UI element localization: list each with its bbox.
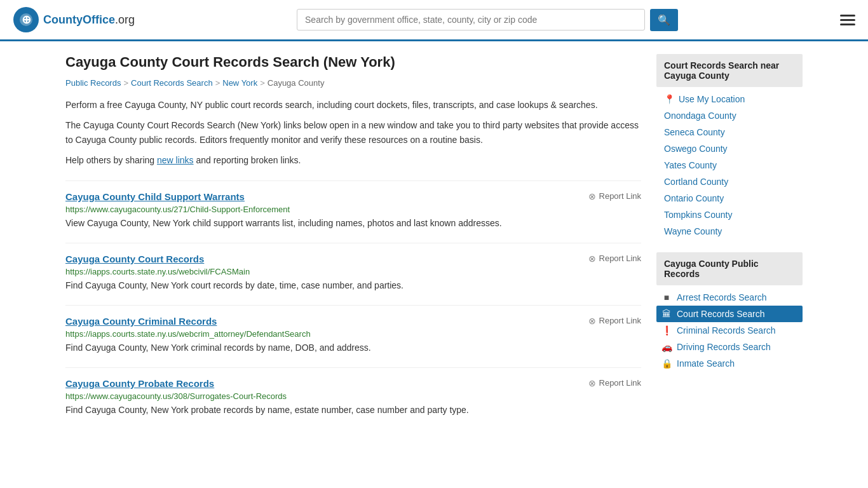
public-record-item[interactable]: 🚗 Driving Records Search [656,339,803,355]
report-link[interactable]: ⊗ Report Link [588,378,641,388]
report-label: Report Link [599,191,641,201]
record-url: https://iapps.courts.state.ny.us/webcrim… [65,329,641,339]
search-input[interactable] [297,9,645,30]
nearby-county-link[interactable]: Ontario County [664,193,724,203]
search-icon: 🔍 [658,15,670,25]
report-label: Report Link [599,316,641,325]
breadcrumb-court-records[interactable]: Court Records Search [131,78,213,88]
public-record-item[interactable]: 🔒 Inmate Search [656,355,803,372]
desc3-post: and reporting broken links. [194,155,301,165]
logo[interactable]: ⊕ CountyOffice.org [13,6,135,33]
record-url: https://www.cayugacounty.us/308/Surrogat… [65,391,641,401]
nearby-county-item[interactable]: Seneca County [656,124,803,140]
record-type-icon: ■ [661,292,672,302]
use-location[interactable]: 📍 Use My Location [656,91,803,107]
record-entry: Cayuga County Criminal Records ⊗ Report … [65,305,641,355]
record-type-icon: ❗ [661,325,672,336]
menu-button[interactable] [840,15,855,25]
record-title[interactable]: Cayuga County Probate Records [65,378,214,389]
nearby-county-item[interactable]: Yates County [656,157,803,173]
public-records-list: ■ Arrest Records Search 🏛 Court Records … [656,289,803,372]
site-header: ⊕ CountyOffice.org 🔍 [0,0,868,41]
description3: Help others by sharing new links and rep… [65,153,641,167]
use-location-link[interactable]: Use My Location [679,94,745,104]
nearby-header: Court Records Search near Cayuga County [656,54,803,87]
nearby-county-item[interactable]: Tompkins County [656,207,803,223]
nearby-county-item[interactable]: Wayne County [656,223,803,240]
menu-icon-bar3 [840,24,855,25]
nearby-county-item[interactable]: Ontario County [656,190,803,207]
record-header: Cayuga County Probate Records ⊗ Report L… [65,378,641,389]
public-record-link[interactable]: Driving Records Search [677,342,771,352]
breadcrumb-new-york[interactable]: New York [222,78,257,88]
search-button[interactable]: 🔍 [650,9,678,31]
report-icon: ⊗ [588,254,596,264]
record-title[interactable]: Cayuga County Court Records [65,254,204,264]
nearby-county-link[interactable]: Onondaga County [664,111,736,121]
public-records-header: Cayuga County Public Records [656,252,803,285]
record-description: Find Cayuga County, New York criminal re… [65,341,641,355]
breadcrumb: Public Records > Court Records Search > … [65,78,641,88]
description1: Perform a free Cayuga County, NY public … [65,98,641,112]
record-entry: Cayuga County Probate Records ⊗ Report L… [65,367,641,417]
nearby-county-link[interactable]: Cortland County [664,177,728,187]
record-description: View Cayuga County, New York child suppo… [65,217,641,230]
report-link[interactable]: ⊗ Report Link [588,254,641,264]
record-title[interactable]: Cayuga County Child Support Warrants [65,191,245,202]
new-links-link[interactable]: new links [157,155,194,165]
record-header: Cayuga County Criminal Records ⊗ Report … [65,316,641,327]
breadcrumb-current: Cayuga County [268,78,325,88]
report-link[interactable]: ⊗ Report Link [588,191,641,201]
logo-text: CountyOffice.org [43,13,135,27]
nearby-county-link[interactable]: Seneca County [664,127,725,137]
nearby-county-link[interactable]: Tompkins County [664,210,732,220]
search-bar: 🔍 [297,9,678,31]
record-type-icon: 🚗 [661,342,672,352]
record-description: Find Cayuga County, New York court recor… [65,279,641,292]
breadcrumb-sep3: > [260,78,265,88]
report-label: Report Link [599,254,641,263]
public-record-item[interactable]: ❗ Criminal Records Search [656,322,803,339]
public-record-link[interactable]: Inmate Search [677,358,735,369]
menu-icon-bar1 [840,15,855,17]
report-link[interactable]: ⊗ Report Link [588,316,641,326]
sidebar: Court Records Search near Cayuga County … [656,54,803,417]
record-description: Find Cayuga County, New York probate rec… [65,403,641,417]
report-icon: ⊗ [588,378,596,388]
public-record-link[interactable]: Criminal Records Search [677,325,776,336]
report-icon: ⊗ [588,316,596,326]
record-entry: Cayuga County Court Records ⊗ Report Lin… [65,243,641,292]
record-url: https://www.cayugacounty.us/271/Child-Su… [65,205,641,214]
record-title[interactable]: Cayuga County Criminal Records [65,316,217,327]
desc3-pre: Help others by sharing [65,155,157,165]
content-area: Cayuga County Court Records Search (New … [65,54,641,417]
logo-icon: ⊕ [13,6,39,33]
public-records-section: Cayuga County Public Records ■ Arrest Re… [656,252,803,372]
nearby-county-link[interactable]: Oswego County [664,144,728,154]
nearby-county-link[interactable]: Wayne County [664,226,722,236]
breadcrumb-sep2: > [215,78,220,88]
public-record-link[interactable]: Arrest Records Search [677,292,767,302]
public-record-link[interactable]: Court Records Search [677,309,765,319]
nearby-section: Court Records Search near Cayuga County … [656,54,803,240]
breadcrumb-public-records[interactable]: Public Records [65,78,121,88]
report-icon: ⊗ [588,191,596,201]
report-label: Report Link [599,378,641,388]
location-pin-icon: 📍 [664,94,675,104]
public-record-item[interactable]: 🏛 Court Records Search [656,306,803,322]
record-header: Cayuga County Child Support Warrants ⊗ R… [65,191,641,202]
records-list: Cayuga County Child Support Warrants ⊗ R… [65,180,641,417]
nearby-county-item[interactable]: Onondaga County [656,107,803,124]
nearby-county-link[interactable]: Yates County [664,160,717,170]
menu-icon-bar2 [840,19,855,21]
record-header: Cayuga County Court Records ⊗ Report Lin… [65,254,641,264]
record-type-icon: 🔒 [661,358,672,369]
page-title: Cayuga County Court Records Search (New … [65,54,641,71]
nearby-county-item[interactable]: Oswego County [656,140,803,157]
breadcrumb-sep1: > [123,78,128,88]
nearby-county-item[interactable]: Cortland County [656,173,803,190]
description2: The Cayuga County Court Records Search (… [65,118,641,147]
public-record-item[interactable]: ■ Arrest Records Search [656,289,803,306]
record-url: https://iapps.courts.state.ny.us/webcivi… [65,267,641,276]
svg-text:⊕: ⊕ [22,13,31,26]
